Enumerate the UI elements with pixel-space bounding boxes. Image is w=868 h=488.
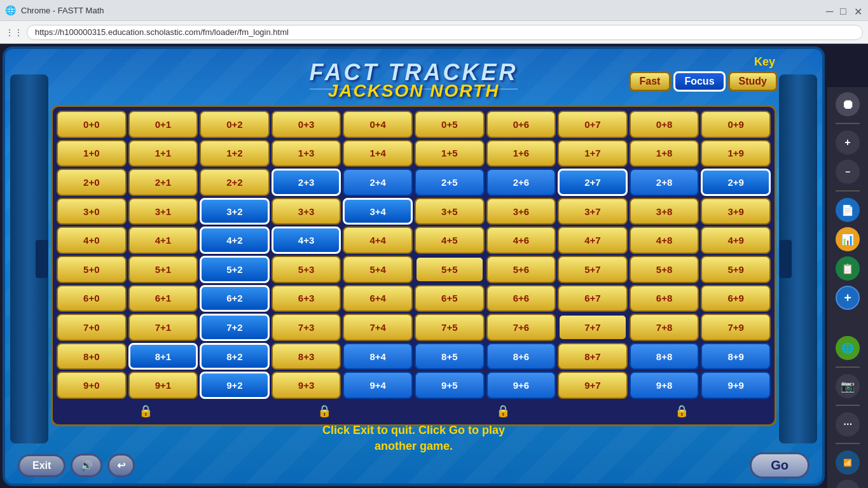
grid-cell[interactable]: 0+4 [343, 111, 413, 138]
grid-cell[interactable]: 2+8 [630, 169, 699, 196]
grid-cell[interactable]: 3+9 [701, 198, 771, 225]
grid-cell[interactable]: 9+2 [200, 372, 270, 399]
grid-cell[interactable]: 1+0 [57, 140, 127, 167]
grid-cell[interactable]: 3+0 [57, 198, 127, 225]
grid-cell[interactable]: 4+4 [343, 227, 413, 254]
grid-cell[interactable]: 8+7 [558, 343, 628, 370]
chrome-minus-icon[interactable]: − [836, 160, 860, 184]
grid-cell[interactable]: 8+3 [272, 343, 341, 370]
grid-cell[interactable]: 2+1 [128, 169, 198, 196]
grid-cell[interactable]: 4+9 [701, 227, 771, 254]
grid-cell[interactable]: 4+5 [415, 227, 485, 254]
grid-cell[interactable]: 1+9 [701, 140, 771, 167]
grid-cell[interactable]: 8+1 [128, 343, 198, 370]
grid-cell[interactable]: 7+2 [200, 314, 270, 341]
grid-cell[interactable]: 5+1 [128, 256, 198, 283]
grid-cell[interactable]: 5+5 [415, 256, 485, 283]
chrome-docs-icon[interactable]: 📄 [836, 198, 860, 222]
grid-cell[interactable]: 8+5 [415, 343, 485, 370]
grid-cell[interactable]: 8+6 [486, 343, 556, 370]
grid-cell[interactable]: 3+8 [630, 198, 699, 225]
grid-cell[interactable]: 0+2 [200, 111, 270, 138]
grid-cell[interactable]: 9+7 [558, 372, 628, 399]
grid-cell[interactable]: 5+6 [486, 256, 556, 283]
chrome-sheets-icon[interactable]: 📋 [836, 256, 860, 281]
grid-cell[interactable]: 7+8 [630, 314, 699, 341]
grid-cell[interactable]: 5+2 [200, 256, 270, 283]
grid-cell[interactable]: 6+0 [57, 285, 127, 312]
grid-cell[interactable]: 1+6 [486, 140, 556, 167]
grid-cell[interactable]: 0+1 [128, 111, 198, 138]
grid-cell[interactable]: 2+5 [415, 169, 485, 196]
grid-cell[interactable]: 0+8 [630, 111, 699, 138]
grid-cell[interactable]: 1+7 [558, 140, 628, 167]
grid-cell[interactable]: 4+2 [200, 227, 270, 254]
grid-cell[interactable]: 8+8 [630, 343, 699, 370]
grid-cell[interactable]: 7+1 [128, 314, 198, 341]
grid-cell[interactable]: 7+3 [272, 314, 341, 341]
grid-cell[interactable]: 9+8 [630, 372, 699, 399]
grid-cell[interactable]: 5+8 [630, 256, 699, 283]
grid-cell[interactable]: 3+2 [200, 198, 270, 225]
chrome-slides-icon[interactable]: 📊 [836, 227, 860, 251]
chrome-menu-icon[interactable]: ⋯ [836, 412, 860, 436]
grid-cell[interactable]: 3+7 [558, 198, 628, 225]
grid-cell[interactable]: 9+5 [415, 372, 485, 399]
grid-cell[interactable]: 7+5 [415, 314, 485, 341]
grid-cell[interactable]: 3+3 [272, 198, 341, 225]
grid-cell[interactable]: 5+4 [343, 256, 413, 283]
grid-cell[interactable]: 2+7 [558, 169, 628, 196]
chrome-browser-icon[interactable]: 🌐 [836, 336, 860, 360]
grid-cell[interactable]: 6+7 [558, 285, 628, 312]
grid-cell[interactable]: 8+2 [200, 343, 270, 370]
grid-cell[interactable]: 1+5 [415, 140, 485, 167]
chrome-camera-icon[interactable]: 📷 [836, 374, 860, 398]
focus-button[interactable]: Focus [673, 71, 725, 92]
fast-button[interactable]: Fast [629, 71, 672, 92]
grid-cell[interactable]: 6+3 [272, 285, 341, 312]
grid-cell[interactable]: 0+9 [701, 111, 771, 138]
grid-cell[interactable]: 8+0 [57, 343, 127, 370]
grid-cell[interactable]: 9+6 [486, 372, 556, 399]
grid-cell[interactable]: 8+9 [701, 343, 771, 370]
grid-cell[interactable]: 0+3 [272, 111, 341, 138]
grid-cell[interactable]: 4+1 [128, 227, 198, 254]
chrome-plus-icon[interactable]: + [836, 130, 860, 155]
grid-cell[interactable]: 6+2 [200, 285, 270, 312]
grid-cell[interactable]: 5+0 [57, 256, 127, 283]
grid-cell[interactable]: 2+6 [486, 169, 556, 196]
chrome-record-button[interactable]: ⏺ [836, 92, 860, 116]
grid-cell[interactable]: 5+7 [558, 256, 628, 283]
sound-button[interactable]: 🔊 [71, 454, 102, 477]
grid-cell[interactable]: 6+4 [343, 285, 413, 312]
grid-cell[interactable]: 0+5 [415, 111, 485, 138]
close-icon[interactable]: ✕ [854, 6, 863, 15]
grid-cell[interactable]: 7+0 [57, 314, 127, 341]
grid-cell[interactable]: 4+0 [57, 227, 127, 254]
grid-cell[interactable]: 6+1 [128, 285, 198, 312]
grid-cell[interactable]: 2+0 [57, 169, 127, 196]
grid-cell[interactable]: 3+5 [415, 198, 485, 225]
grid-cell[interactable]: 8+4 [343, 343, 413, 370]
grid-cell[interactable]: 0+7 [558, 111, 628, 138]
grid-cell[interactable]: 9+1 [128, 372, 198, 399]
grid-cell[interactable]: 7+7 [558, 314, 628, 341]
back-button[interactable]: ↩ [107, 454, 135, 477]
grid-cell[interactable]: 1+1 [128, 140, 198, 167]
grid-cell[interactable]: 0+0 [57, 111, 127, 138]
grid-cell[interactable]: 7+6 [486, 314, 556, 341]
chrome-plus-button[interactable]: + [836, 286, 860, 310]
url-input[interactable] [27, 25, 863, 40]
grid-cell[interactable]: 4+7 [558, 227, 628, 254]
grid-cell[interactable]: 2+2 [200, 169, 270, 196]
grid-cell[interactable]: 2+3 [272, 169, 341, 196]
go-button[interactable]: Go [750, 452, 809, 478]
grid-cell[interactable]: 3+1 [128, 198, 198, 225]
maximize-icon[interactable]: □ [840, 6, 849, 15]
exit-button[interactable]: Exit [18, 454, 65, 477]
grid-cell[interactable]: 1+8 [630, 140, 699, 167]
grid-cell[interactable]: 6+9 [701, 285, 771, 312]
grid-cell[interactable]: 3+4 [343, 198, 413, 225]
grid-cell[interactable]: 7+4 [343, 314, 413, 341]
grid-cell[interactable]: 5+3 [272, 256, 341, 283]
